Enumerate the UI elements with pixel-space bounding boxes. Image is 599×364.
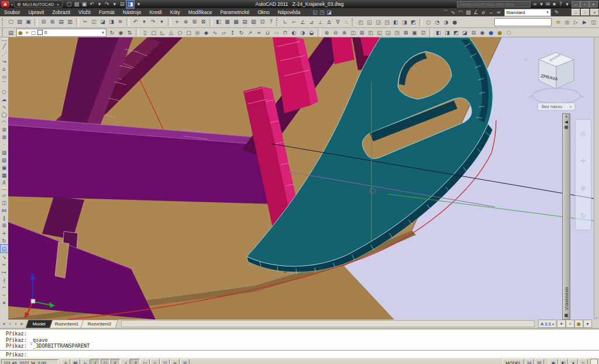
command-prompt[interactable]: Příkaz: (0, 351, 599, 358)
3d-rotate-icon[interactable]: ◩ (452, 29, 460, 36)
workspace-dropdown[interactable]: ⚙ MUJ AUTOCAD ▾ (14, 1, 63, 8)
ellipse-icon[interactable]: ◯ (1, 110, 8, 118)
polyline-icon[interactable]: ↝ (1, 57, 8, 65)
loft-icon[interactable]: ≈ (254, 29, 263, 36)
menu-n-stroje[interactable]: Nástroje (119, 8, 146, 16)
etransmit-icon[interactable]: ▥ (66, 18, 74, 26)
sphere-gold-icon[interactable]: ● (495, 29, 504, 36)
menu-okno[interactable]: Okno (253, 8, 273, 16)
move-icon[interactable]: + (1, 229, 8, 237)
toolbar-grip[interactable] (352, 18, 354, 26)
zoom-tool-icon[interactable]: ◧ (559, 359, 568, 364)
palette-close-icon[interactable]: × (565, 114, 567, 119)
sphere-icon[interactable]: ○ (175, 29, 184, 36)
plot-preview-icon[interactable]: ⊞ (48, 18, 57, 26)
toolbar-grip[interactable] (2, 39, 7, 41)
full-navigation-wheel-icon[interactable]: ◎ (580, 130, 586, 137)
logo-menu-caret-icon[interactable]: ▾ (11, 2, 13, 6)
annotation-scale-button[interactable]: A 1:1 ▾ (538, 320, 556, 328)
am-toggle-icon[interactable]: ≡ (170, 359, 180, 364)
scale-icon[interactable]: ◱ (0, 244, 9, 253)
annotation-menu-icon[interactable]: ▾ (583, 320, 592, 328)
sheet-set-manager-icon[interactable]: ▤ (240, 18, 249, 26)
paste-special-icon[interactable]: ◨ (107, 18, 116, 26)
layer-dropdown[interactable]: ● ☀ ▢ 0 ▼ (16, 29, 106, 37)
rotate-icon[interactable]: ↻ (1, 237, 8, 244)
grid-toggle-icon[interactable]: ▦ (71, 359, 80, 364)
undo-list-icon[interactable]: ▾ (140, 18, 149, 26)
intersect-icon[interactable]: ⊗ (340, 29, 349, 36)
viewport-control-c-icon[interactable]: ◪ (326, 9, 333, 16)
vertical-scrollbar[interactable]: ⌄ (594, 37, 599, 320)
menu-kresli[interactable]: Kresli (145, 8, 166, 16)
mirror-icon[interactable]: ⋈ (1, 206, 8, 214)
array-icon[interactable]: ⊞ (1, 221, 8, 229)
publish-icon[interactable]: ▤ (57, 18, 66, 26)
explode-icon[interactable]: ∗ (1, 299, 8, 306)
ucs-previous-icon[interactable]: ∠ (298, 18, 307, 26)
next-tab-icon[interactable]: › (13, 320, 19, 328)
palette-properties-icon[interactable]: ▦ (564, 124, 569, 130)
revision-cloud-icon[interactable]: ☁ (1, 95, 8, 103)
box-icon[interactable]: □ (149, 29, 158, 36)
union-icon[interactable]: ⊕ (322, 29, 331, 36)
undo-menu-icon[interactable]: ▾ (95, 1, 103, 8)
3d-array-icon[interactable]: ⊟ (469, 29, 478, 36)
menu-form-t[interactable]: Formát (95, 8, 119, 16)
redo-icon[interactable]: ↷ (149, 18, 157, 26)
multiline-text-icon[interactable]: A (1, 179, 8, 186)
presspull-icon[interactable]: ⊔ (263, 29, 272, 36)
favorites-star-icon[interactable]: ★ (551, 1, 557, 8)
named-view-label[interactable]: Bez názvu (542, 104, 562, 109)
ucs-origin-icon[interactable]: ∆ (325, 18, 333, 26)
slice-icon[interactable]: ⌓ (272, 29, 281, 36)
toolbar-grip[interactable] (2, 29, 5, 36)
lights-icon[interactable]: ◎ (563, 18, 572, 26)
break-icon[interactable]: ∤ (1, 276, 8, 283)
doc-restore-button[interactable]: ▫ (581, 9, 590, 16)
otrack-toggle-icon[interactable]: ∡ (111, 359, 120, 364)
layer-properties-manager-icon[interactable]: ▤ (6, 29, 15, 36)
menu-soubor[interactable]: Soubor (0, 8, 24, 16)
open-icon[interactable]: ▧ (15, 18, 24, 26)
steering-wheels-icon[interactable]: ▾ (569, 359, 578, 364)
zoom-previous-icon[interactable]: ⊠ (199, 18, 208, 26)
swivel-icon[interactable]: ◌ (504, 29, 513, 36)
menu-modifikace[interactable]: Modifikace (184, 8, 216, 16)
redo-icon[interactable]: ↷ (103, 1, 111, 8)
color-faces-icon[interactable]: ▣ (410, 29, 419, 36)
offset-icon[interactable]: ∥ (1, 214, 8, 221)
horizontal-scrollbar[interactable] (121, 320, 535, 327)
coordinates-readout[interactable]: 101.46, 2022.34, 0.00 (1, 359, 58, 364)
new-icon[interactable]: ▢ (6, 18, 15, 26)
close-button[interactable]: × (589, 1, 598, 8)
line-icon[interactable]: ╱ (1, 42, 8, 50)
autocad-logo-icon[interactable]: A (1, 1, 9, 8)
animation-icon[interactable]: ▶ (580, 18, 589, 26)
tab-rozvržení2[interactable]: Rozvržení2 (81, 320, 119, 328)
clean-screen-button[interactable] (590, 359, 598, 364)
polygon-icon[interactable]: ⌂ (1, 65, 8, 72)
delete-faces-icon[interactable]: ◱ (375, 29, 384, 36)
extrude-faces-icon[interactable]: ◫ (349, 29, 357, 36)
sweep-icon[interactable]: ↗ (246, 29, 254, 36)
join-curves-icon[interactable]: ≈ (495, 9, 502, 16)
solid-check-icon[interactable]: ⊡ (419, 29, 428, 36)
layer-previous-icon[interactable]: ↻ (108, 29, 116, 36)
brush-icon[interactable]: ✎ (553, 9, 560, 16)
polysolid-icon[interactable]: ▯ (140, 29, 149, 36)
prev-tab-icon[interactable]: ‹ (7, 320, 13, 328)
scroll-down-icon[interactable]: ⌄ (595, 315, 598, 320)
quick-view-layouts-icon[interactable]: ▤ (525, 359, 534, 364)
vs-2d-wireframe-icon[interactable]: ○ (424, 18, 433, 26)
search-menu-icon[interactable]: ▾ (538, 1, 545, 8)
designcenter-icon[interactable]: ▦ (223, 18, 232, 26)
measure-radius-icon[interactable]: ⌀ (480, 9, 487, 16)
layer-isolate-icon[interactable]: ⇅ (125, 29, 134, 36)
trim-icon[interactable]: ✂ (1, 261, 8, 268)
visual-style-dropdown[interactable] (494, 18, 552, 26)
qat-menu-icon[interactable]: ▾ (135, 1, 142, 8)
viewport-control-b-icon[interactable]: ◳ (319, 9, 326, 16)
zoom-realtime-icon[interactable]: ⊕ (181, 18, 190, 26)
torus-icon[interactable]: ◎ (193, 29, 202, 36)
